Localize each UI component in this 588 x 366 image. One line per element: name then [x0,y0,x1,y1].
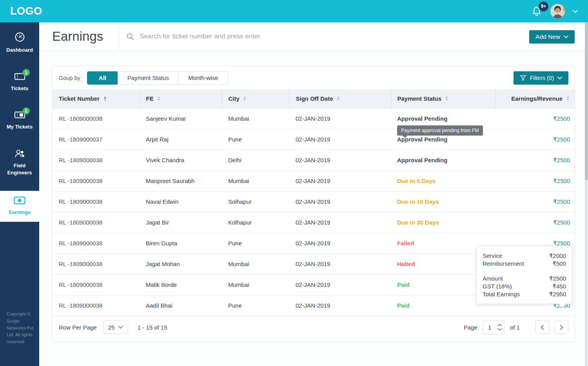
copyright-text: Copyright © Scogo Networks Pvt. Ltd. All… [7,311,38,346]
cell-sign-off-date: 02-JAN-2019 [289,274,391,295]
cell-fe: Naval Edwin [140,191,222,212]
col-sign-off-date[interactable]: Sign Off Date↕ [289,89,391,108]
table-row[interactable]: RL -1809000038 Sanjeev Kumar Mumbai 02-J… [53,108,575,129]
cell-payment-status: Due in 10 Days [391,191,495,212]
breakdown-label: Total Earnings [483,290,520,298]
cell-earnings: ₹2500 [495,108,575,129]
sidebar-item-label: Tickets [11,85,29,92]
sidebar-item-label: Field Engineers [2,162,38,177]
table-row[interactable]: RL -1809000038 Naval Edwin Solhapur 02-J… [53,191,575,212]
sidebar-item-label: Dashboard [6,47,33,54]
sort-asc-icon: ↑ [103,96,107,102]
sidebar-item-my-tickets[interactable]: 1 My Tickets [0,107,39,135]
chevron-down-icon [564,35,568,38]
table-row[interactable]: RL -1809000038 Vivek Chandra Delhi 02-JA… [53,150,575,170]
table-row[interactable]: RL -1809000037 Arpit Raj Pune 02-JAN-201… [53,129,575,150]
sidebar: Dashboard 1 Tickets 1 My Ticket [0,22,39,366]
next-page-button[interactable] [555,321,568,334]
logo[interactable]: LOGO [10,5,42,17]
scrollbar-track[interactable] [585,22,588,366]
chevron-down-icon[interactable] [497,328,502,331]
col-label: Ticket Number [59,95,100,102]
cell-earnings: ₹2500 [495,191,575,212]
people-icon [14,149,25,159]
breakdown-label: GST (18%) [483,283,512,290]
chevron-left-icon [541,325,544,330]
page-input[interactable]: 1 [483,320,505,334]
status-badge: Paid [397,281,410,288]
page-stepper-arrows[interactable] [497,324,502,331]
add-new-button[interactable]: Add New [529,30,575,43]
col-earnings-revenue[interactable]: Earnings/Revenue↕ [495,89,575,108]
status-badge: Due in 10 Days [397,198,439,205]
cell-city: Mumbai [222,108,289,129]
cell-fe: Sanjeev Kumar [140,108,222,129]
cell-fe: Jagat Bir [140,212,222,233]
cell-earnings: ₹2500 [495,212,575,233]
cell-fe: Vivek Chandra [140,150,222,170]
cell-ticket-number: RL -1809000038 [53,191,140,212]
cell-sign-off-date: 02-JAN-2019 [289,295,391,316]
tab-all[interactable]: All [87,71,118,85]
cell-sign-off-date: 02-JAN-2019 [289,170,391,191]
filters-button[interactable]: Filters (0) [514,71,568,85]
my-tickets-count-badge: 1 [23,107,30,114]
cell-sign-off-date: 02-JAN-2019 [289,254,391,274]
table-row[interactable]: RL -1809000038 Manpreet Saurabh Mumbai 0… [53,170,575,191]
breakdown-row: Total Earnings ₹2950 [483,290,566,298]
sort-icon: ↕ [243,96,247,101]
status-badge: Failed [397,240,414,246]
chevron-down-icon [118,326,123,329]
sidebar-item-tickets[interactable]: 1 Tickets [0,68,39,96]
col-label: FE [146,95,154,102]
cell-fe: Manpreet Saurabh [140,170,222,191]
cell-city: Pune [222,233,289,254]
chevron-up-icon[interactable] [497,324,502,326]
col-label: City [229,95,240,102]
status-tooltip: Payment approval pending from FM [397,125,483,136]
cell-sign-off-date: 02-JAN-2019 [289,191,391,212]
col-fe[interactable]: FE↕ [140,89,222,108]
col-label: Sign Off Date [296,95,333,102]
sidebar-item-label: Earnings [9,209,31,216]
previous-page-button[interactable] [535,321,549,334]
notifications-button[interactable]: 9+ [532,5,543,17]
breakdown-row: Amount ₹2500 [483,275,566,283]
cell-city: Kolhapur [222,212,289,233]
chevron-down-icon[interactable] [573,10,578,13]
cell-fe: Aadil Bhai [140,295,222,316]
status-badge: Due in 5 Days [397,178,436,184]
cell-fe: Biren Gupta [140,233,222,254]
search-icon [127,33,134,40]
breakdown-value: ₹2000 [549,252,566,260]
cell-ticket-number: RL -1809000038 [53,108,140,129]
group-by-tabs: All Payment Status Month-wise [87,71,228,85]
sidebar-item-field-engineers[interactable]: Field Engineers [0,145,39,181]
sidebar-item-earnings[interactable]: Earnings [0,191,39,222]
cell-ticket-number: RL -1809000037 [53,129,140,150]
notification-badge: 9+ [539,2,548,11]
cell-payment-status: Approval Pending [391,150,495,170]
sort-icon: ↕ [157,96,161,101]
sidebar-item-dashboard[interactable]: Dashboard [0,28,39,58]
cell-ticket-number: RL -1809000038 [53,233,140,254]
header-divider [119,22,119,51]
table-row[interactable]: RL -1809000038 Jagat Bir Kolhapur 02-JAN… [53,212,575,233]
rows-per-page-label: Row Per Page [59,324,97,331]
table-header-row: Ticket Number↑ FE↕ City↕ Sign Off Date↕ … [53,89,575,108]
cell-sign-off-date: 02-JAN-2019 [289,129,391,150]
col-city[interactable]: City↕ [222,89,289,108]
rows-per-page-select[interactable]: 25 [103,321,128,334]
ticket-icon: 1 [14,111,25,121]
avatar[interactable] [550,4,565,18]
earnings-breakdown-popup: Service ₹2000 Reimbursement ₹500 Amount … [476,246,572,304]
tab-payment-status[interactable]: Payment Status [118,71,179,85]
col-ticket-number[interactable]: Ticket Number↑ [53,89,140,108]
filters-label: Filters (0) [530,75,554,81]
col-payment-status[interactable]: Payment Status↕ [391,89,495,108]
search-input[interactable] [140,33,437,40]
tab-month-wise[interactable]: Month-wise [178,71,228,85]
scrollbar-thumb[interactable] [585,22,588,180]
topbar-right: 9+ [532,4,578,18]
pagination: Page 1 of 1 [464,320,568,334]
